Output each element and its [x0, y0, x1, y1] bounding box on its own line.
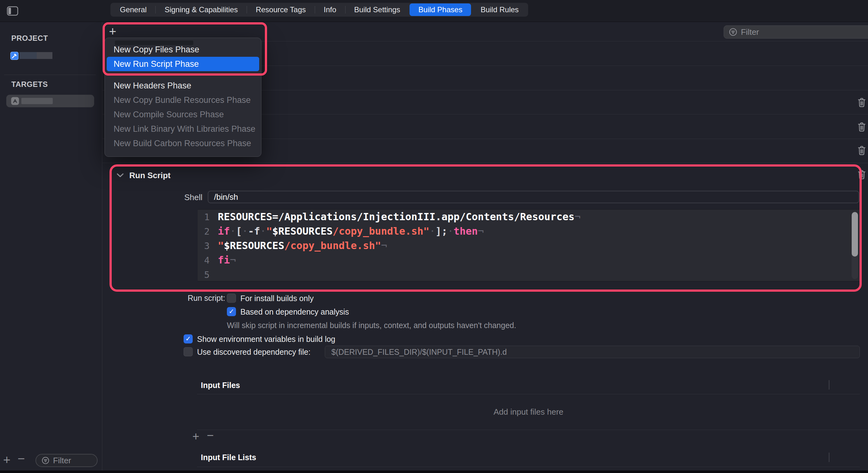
delete-phase-icon[interactable] [857, 121, 867, 133]
delete-phase-icon[interactable] [857, 145, 867, 156]
for-install-builds-label: For install builds only [240, 294, 313, 303]
add-build-phase-button[interactable]: + [106, 24, 120, 39]
tab-label: Resource Tags [256, 5, 306, 14]
dependency-analysis-checkbox[interactable] [227, 307, 236, 316]
target-row[interactable] [6, 95, 94, 107]
code-line: 5 [198, 267, 861, 281]
line-number: 1 [198, 210, 210, 224]
discovered-dependency-checkbox[interactable] [184, 347, 193, 356]
filter-placeholder: Filter [53, 456, 71, 466]
code-token: ¬ [575, 211, 581, 223]
add-target-button[interactable]: + [3, 453, 10, 466]
code-token: ¬ [230, 254, 236, 266]
project-section-header: PROJECT [11, 34, 48, 43]
input-file-lists-title: Input File Lists [201, 453, 256, 462]
tab-build-phases[interactable]: Build Phases [409, 3, 471, 16]
show-env-variables-label: Show environment variables in build log [197, 335, 336, 344]
project-name-redacted[interactable] [20, 52, 37, 59]
script-code-editor[interactable]: 1RESOURCES=/Applications/InjectionIII.ap… [198, 209, 861, 281]
dependency-file-value: $(DERIVED_FILES_DIR)/$(INPUT_FILE_PATH).… [331, 348, 507, 357]
filter-icon [728, 27, 738, 37]
menu-item-new-run-script-phase[interactable]: New Run Script Phase [107, 57, 259, 71]
dependency-analysis-note: Will skip script in incremental builds i… [227, 321, 516, 330]
filter-icon [41, 456, 50, 465]
input-files-empty-text: Add input files here [197, 407, 860, 417]
code-token: /copy_bundle.sh" [284, 240, 381, 252]
menu-item-label: New Build Carbon Resources Phase [114, 139, 251, 148]
sidebar-filter-field[interactable]: Filter [35, 454, 98, 467]
code-line: 4fi¬ [198, 253, 861, 267]
remove-target-button[interactable]: − [18, 452, 25, 465]
code-token: " [218, 240, 224, 252]
line-number: 3 [198, 239, 210, 253]
code-line: 1RESOURCES=/Applications/InjectionIII.ap… [198, 210, 861, 224]
code-token: · [230, 225, 236, 237]
tab-label: Build Settings [354, 5, 400, 14]
menu-item-new-copy-bundle-resources-phase: New Copy Bundle Resources Phase [107, 93, 259, 107]
tab-resource-tags[interactable]: Resource Tags [247, 3, 315, 16]
run-script-section-title[interactable]: Run Script [129, 170, 170, 180]
tab-build-settings[interactable]: Build Settings [345, 3, 409, 16]
code-token: ]; [436, 225, 448, 237]
remove-input-file-button[interactable]: − [207, 430, 214, 441]
menu-item-new-link-binary-phase: New Link Binary With Libraries Phase [107, 122, 259, 136]
menu-item-label: New Link Binary With Libraries Phase [114, 124, 255, 134]
title-bar: General Signing & Capabilities Resource … [0, 0, 868, 22]
toggle-sidebar-icon[interactable] [7, 6, 18, 17]
menu-item-new-compile-sources-phase: New Compile Sources Phase [107, 107, 259, 122]
project-name-redacted [37, 52, 53, 59]
menu-item-label: New Headers Phase [114, 81, 191, 90]
code-lines: 1RESOURCES=/Applications/InjectionIII.ap… [198, 210, 861, 281]
column-divider [829, 380, 829, 389]
code-token: ¬ [477, 225, 484, 237]
show-env-variables-checkbox[interactable] [184, 334, 193, 343]
code-line: 2if·[·-f·"$RESOURCES/copy_bundle.sh"·];·… [198, 224, 861, 239]
input-files-title: Input Files [201, 381, 240, 390]
tab-general[interactable]: General [111, 3, 155, 16]
tab-label: Info [324, 5, 336, 14]
dependency-file-input[interactable]: $(DERIVED_FILES_DIR)/$(INPUT_FILE_PATH).… [325, 346, 860, 358]
tab-build-rules[interactable]: Build Rules [472, 3, 527, 16]
row-divider [103, 163, 868, 163]
tab-info[interactable]: Info [315, 3, 345, 16]
phases-filter-field[interactable]: Filter [724, 25, 868, 39]
code-token: ¬ [381, 240, 387, 252]
menu-separator [105, 75, 261, 75]
code-token: RESOURCES=/Applications/InjectionIII.app… [218, 211, 575, 223]
filter-placeholder: Filter [741, 27, 759, 37]
menu-item-label: New Copy Bundle Resources Phase [114, 95, 251, 105]
targets-section-header: TARGETS [11, 80, 48, 89]
code-token: · [447, 225, 454, 237]
target-name-redacted [21, 98, 53, 104]
editor-scrollbar-thumb[interactable] [852, 212, 858, 257]
menu-redacted-item [115, 40, 193, 45]
chevron-down-icon[interactable] [117, 173, 124, 179]
editor-tab-bar: General Signing & Capabilities Resource … [111, 3, 528, 17]
line-number: 2 [198, 224, 210, 239]
code-token: if [218, 225, 230, 237]
menu-item-new-build-carbon-resources-phase: New Build Carbon Resources Phase [107, 136, 259, 151]
tab-signing-capabilities[interactable]: Signing & Capabilities [156, 3, 246, 16]
delete-run-script-phase-icon[interactable] [857, 169, 867, 180]
code-token: $RESOURCES [224, 240, 284, 252]
tab-label: Signing & Capabilities [164, 5, 238, 14]
code-token: [ [236, 225, 242, 237]
code-token: $RESOURCES [272, 225, 333, 237]
run-script-options-label: Run script: [188, 293, 225, 303]
discovered-dependency-label: Use discovered dependency file: [197, 348, 310, 357]
code-token: · [242, 225, 248, 237]
add-input-file-button[interactable]: + [192, 430, 199, 442]
code-token: /copy_bundle.sh" [333, 225, 429, 237]
sidebar-divider [4, 75, 96, 75]
code-token: · [260, 225, 266, 237]
shell-label: Shell [177, 193, 203, 202]
table-divider [197, 467, 860, 467]
delete-phase-icon[interactable] [857, 97, 867, 108]
menu-item-new-headers-phase[interactable]: New Headers Phase [107, 78, 259, 93]
menu-item-label: New Compile Sources Phase [114, 110, 224, 119]
for-install-builds-checkbox[interactable] [227, 293, 236, 303]
code-token: -f [248, 225, 260, 237]
code-token: · [429, 225, 435, 237]
tab-label: Build Rules [480, 5, 519, 14]
shell-path-input[interactable]: /bin/sh [208, 191, 859, 203]
